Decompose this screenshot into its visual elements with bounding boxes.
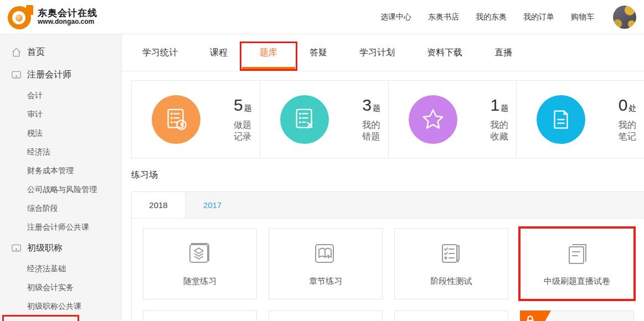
stat-label: 我的笔记: [619, 120, 644, 143]
stat-unit: 题: [244, 103, 252, 113]
stat-unit: 处: [628, 103, 636, 113]
lock-ribbon: [520, 310, 564, 321]
nav-my-dongao[interactable]: 我的东奥: [476, 12, 507, 22]
site-logo[interactable]: 东奥会计在线 www.dongao.com: [8, 5, 97, 29]
page: 东奥会计在线 www.dongao.com 选课中心 东奥书店 我的东奥 我的订…: [0, 0, 644, 321]
stat-value: 5: [234, 96, 243, 115]
sidebar-item-econ-law-basics[interactable]: 经济法基础: [0, 260, 121, 278]
tab-downloads[interactable]: 资料下载: [427, 34, 462, 71]
practice-card-partial[interactable]: [394, 310, 508, 321]
top-header: 东奥会计在线 www.dongao.com 选课中心 东奥书店 我的东奥 我的订…: [0, 0, 644, 34]
dongao-logo-icon: [8, 5, 33, 29]
card-chapter-practice[interactable]: 章节练习: [269, 228, 383, 299]
stat-value: 1: [491, 96, 500, 115]
card-label: 中级刷题直播试卷: [544, 276, 610, 287]
practice-card-locked[interactable]: [520, 310, 634, 321]
stat-practice-record[interactable]: 5 题 做题记录: [132, 81, 260, 158]
tab-label: 题库: [260, 47, 277, 59]
sidebar-item-cpa-public[interactable]: 注册会计师公共课: [0, 218, 121, 237]
stat-value: 3: [362, 96, 372, 115]
user-avatar[interactable]: [613, 6, 636, 29]
stat-label: 我的错题: [362, 120, 388, 143]
star-icon: [409, 95, 457, 144]
sidebar-item-label: 首页: [27, 46, 45, 58]
sidebar-section-junior[interactable]: 初级职称: [0, 237, 121, 260]
papers-icon: [561, 238, 593, 269]
sidebar-item-financial-management[interactable]: 财务成本管理: [0, 162, 121, 180]
logo-subtitle: www.dongao.com: [38, 18, 97, 26]
card-label: 随堂练习: [183, 276, 217, 287]
practice-section-title: 练习场: [131, 169, 644, 181]
card-live-quiz-paper[interactable]: 中级刷题直播试卷: [520, 228, 634, 299]
sidebar-item-comprehensive[interactable]: 综合阶段: [0, 199, 121, 218]
sidebar-section-cpa[interactable]: 注册会计师: [0, 64, 121, 86]
tab-courses[interactable]: 课程: [210, 34, 228, 71]
stat-wrong-questions[interactable]: 3 题 我的错题: [260, 81, 388, 158]
nav-course-center[interactable]: 选课中心: [380, 12, 411, 22]
sidebar-item-strategy-risk[interactable]: 公司战略与风险管理: [0, 180, 121, 199]
card-in-class-practice[interactable]: 随堂练习: [143, 228, 257, 299]
tab-study-stats[interactable]: 学习统计: [142, 34, 178, 71]
stat-unit: 题: [373, 103, 380, 113]
stat-label: 做题记录: [234, 120, 260, 143]
year-tab-bar: 2018 2017: [132, 192, 644, 219]
open-book-icon: [310, 238, 341, 269]
main-tab-bar: 学习统计 课程 题库 答疑 学习计划 资料下载 直播: [122, 34, 644, 71]
document-icon: [537, 95, 585, 144]
sidebar: 首页 注册会计师 会计 审计 税法 经济法 财务成本管理 公司战略与风险管理 综…: [0, 34, 122, 320]
stat-favorites[interactable]: 1 题 我的收藏: [388, 81, 516, 158]
layers-icon: [184, 238, 215, 269]
sidebar-item-tax-law[interactable]: 税法: [0, 124, 121, 143]
card-label: 阶段性测试: [431, 276, 472, 287]
card-stage-test[interactable]: 阶段性测试: [394, 228, 508, 299]
tab-question-bank[interactable]: 题库: [260, 34, 277, 71]
practice-card-partial[interactable]: [143, 310, 257, 321]
practice-card-partial[interactable]: [269, 310, 383, 321]
checklist-pen-icon: [436, 238, 467, 269]
sidebar-item-home[interactable]: 首页: [0, 41, 121, 64]
practice-cards: 随堂练习 章节练习: [132, 219, 644, 321]
sidebar-item-junior-public[interactable]: 初级职称公共课: [0, 297, 121, 316]
card-label: 章节练习: [309, 276, 342, 287]
logo-title: 东奥会计在线: [38, 8, 97, 19]
board-icon: [11, 70, 22, 80]
stat-notes[interactable]: 0 处 我的笔记: [516, 81, 644, 158]
sidebar-item-junior-practice[interactable]: 初级会计实务: [0, 278, 121, 297]
sidebar-section-label: 初级职称: [27, 242, 63, 254]
stat-label: 我的收藏: [491, 120, 516, 143]
nav-my-orders[interactable]: 我的订单: [523, 12, 554, 22]
year-tab-2017[interactable]: 2017: [186, 192, 239, 218]
board-icon: [11, 243, 22, 253]
tab-live[interactable]: 直播: [494, 34, 512, 71]
sidebar-item-audit[interactable]: 审计: [0, 105, 121, 124]
sidebar-section-label: 注册会计师: [27, 69, 71, 81]
sidebar-section-intermediate[interactable]: 中级职称: [0, 316, 121, 321]
lock-icon: [525, 315, 535, 321]
sidebar-item-accounting[interactable]: 会计: [0, 86, 121, 105]
nav-bookstore[interactable]: 东奥书店: [428, 12, 459, 22]
tab-qa[interactable]: 答疑: [310, 34, 327, 71]
home-icon: [11, 47, 22, 58]
year-tab-2018[interactable]: 2018: [132, 192, 186, 218]
stat-value: 0: [619, 96, 628, 115]
top-nav: 选课中心 东奥书店 我的东奥 我的订单 购物车: [380, 6, 636, 29]
sidebar-item-economic-law[interactable]: 经济法: [0, 143, 121, 162]
list-x-icon: [280, 95, 329, 144]
stat-unit: 题: [501, 103, 508, 113]
active-tab-underline: [242, 67, 295, 70]
main-content: 学习统计 课程 题库 答疑 学习计划 资料下载 直播: [122, 34, 644, 320]
practice-panel: 2018 2017: [131, 191, 644, 321]
nav-cart[interactable]: 购物车: [571, 12, 594, 22]
list-clock-icon: [152, 95, 200, 144]
tab-study-plan[interactable]: 学习计划: [359, 34, 395, 71]
stats-panel: 5 题 做题记录: [131, 80, 644, 158]
